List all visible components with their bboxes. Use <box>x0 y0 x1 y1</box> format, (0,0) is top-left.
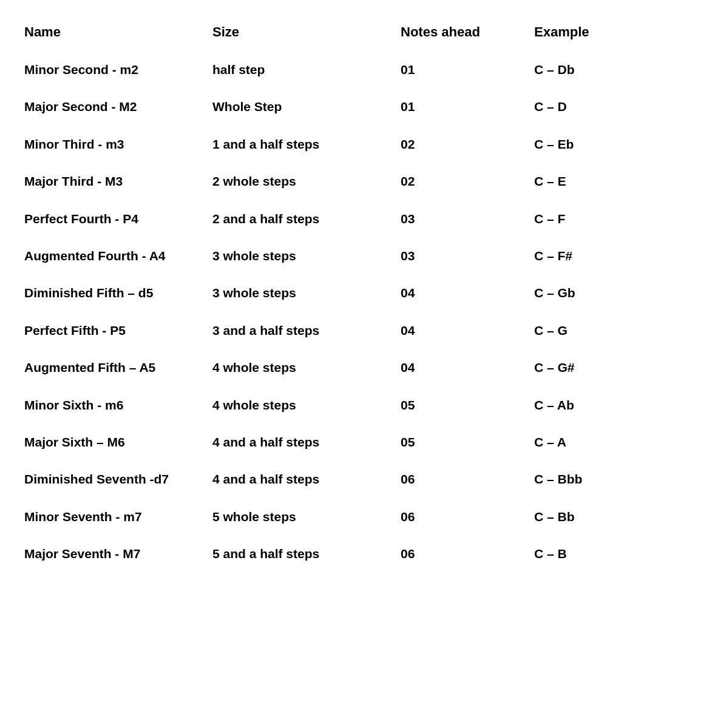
table-body: Minor Second - m2half step01C – DbMajor … <box>24 51 702 572</box>
cell-size: 2 whole steps <box>212 172 401 190</box>
cell-example: C – Bb <box>534 508 656 525</box>
cell-notes: 01 <box>401 98 534 115</box>
cell-name: Minor Third - m3 <box>24 135 212 153</box>
cell-example: C – F <box>534 210 656 228</box>
cell-example: C – Gb <box>534 284 656 302</box>
header-name: Name <box>24 24 212 40</box>
cell-example: C – Ab <box>534 396 656 414</box>
table-row: Augmented Fourth - A43 whole steps03C – … <box>24 237 702 274</box>
cell-size: 3 and a half steps <box>212 322 401 339</box>
cell-notes: 03 <box>401 210 534 228</box>
cell-example: C – A <box>534 433 656 451</box>
header-notes: Notes ahead <box>401 24 534 40</box>
cell-example: C – G# <box>534 359 656 376</box>
cell-size: 3 whole steps <box>212 284 401 302</box>
cell-example: C – Db <box>534 61 656 78</box>
cell-size: 4 and a half steps <box>212 433 401 451</box>
cell-notes: 02 <box>401 135 534 153</box>
cell-size: 3 whole steps <box>212 247 401 265</box>
table-row: Major Second - M2Whole Step01C – D <box>24 88 702 125</box>
cell-example: C – B <box>534 545 656 562</box>
table-row: Perfect Fourth - P42 and a half steps03C… <box>24 200 702 237</box>
table-row: Major Sixth – M64 and a half steps05C – … <box>24 423 702 460</box>
cell-name: Perfect Fourth - P4 <box>24 210 212 228</box>
cell-notes: 02 <box>401 172 534 190</box>
table-row: Diminished Seventh -d74 and a half steps… <box>24 460 702 497</box>
cell-name: Minor Second - m2 <box>24 61 212 78</box>
cell-name: Augmented Fifth – A5 <box>24 359 212 376</box>
cell-size: 4 whole steps <box>212 396 401 414</box>
cell-size: half step <box>212 61 401 78</box>
table-row: Minor Sixth - m64 whole steps05C – Ab <box>24 386 702 423</box>
cell-name: Minor Sixth - m6 <box>24 396 212 414</box>
cell-size: 2 and a half steps <box>212 210 401 228</box>
cell-notes: 06 <box>401 508 534 525</box>
cell-notes: 04 <box>401 322 534 339</box>
cell-example: C – G <box>534 322 656 339</box>
cell-notes: 04 <box>401 284 534 302</box>
cell-example: C – Bbb <box>534 470 656 488</box>
cell-size: 5 whole steps <box>212 508 401 525</box>
cell-notes: 04 <box>401 359 534 376</box>
cell-notes: 01 <box>401 61 534 78</box>
cell-size: 4 and a half steps <box>212 470 401 488</box>
cell-name: Major Seventh - M7 <box>24 545 212 562</box>
cell-name: Diminished Fifth – d5 <box>24 284 212 302</box>
table-row: Minor Seventh - m75 whole steps06C – Bb <box>24 498 702 535</box>
cell-notes: 05 <box>401 433 534 451</box>
table-row: Augmented Fifth – A54 whole steps04C – G… <box>24 349 702 386</box>
table-row: Major Seventh - M75 and a half steps06C … <box>24 535 702 572</box>
cell-name: Major Sixth – M6 <box>24 433 212 451</box>
table-row: Minor Second - m2half step01C – Db <box>24 51 702 88</box>
cell-notes: 06 <box>401 545 534 562</box>
table-row: Perfect Fifth - P53 and a half steps04C … <box>24 312 702 349</box>
cell-notes: 03 <box>401 247 534 265</box>
cell-example: C – D <box>534 98 656 115</box>
cell-notes: 05 <box>401 396 534 414</box>
header-size: Size <box>212 24 401 40</box>
cell-size: 1 and a half steps <box>212 135 401 153</box>
cell-size: Whole Step <box>212 98 401 115</box>
cell-name: Minor Seventh - m7 <box>24 508 212 525</box>
cell-name: Diminished Seventh -d7 <box>24 470 212 488</box>
cell-example: C – Eb <box>534 135 656 153</box>
cell-size: 4 whole steps <box>212 359 401 376</box>
cell-name: Major Second - M2 <box>24 98 212 115</box>
cell-size: 5 and a half steps <box>212 545 401 562</box>
cell-notes: 06 <box>401 470 534 488</box>
table-row: Diminished Fifth – d53 whole steps04C – … <box>24 274 702 311</box>
table-header: Name Size Notes ahead Example <box>24 18 702 51</box>
cell-name: Major Third - M3 <box>24 172 212 190</box>
table-row: Minor Third - m31 and a half steps02C – … <box>24 126 702 163</box>
cell-name: Perfect Fifth - P5 <box>24 322 212 339</box>
cell-name: Augmented Fourth - A4 <box>24 247 212 265</box>
cell-example: C – F# <box>534 247 656 265</box>
cell-example: C – E <box>534 172 656 190</box>
intervals-table: Name Size Notes ahead Example Minor Seco… <box>24 18 702 572</box>
table-row: Major Third - M32 whole steps02C – E <box>24 163 702 200</box>
header-example: Example <box>534 24 656 40</box>
